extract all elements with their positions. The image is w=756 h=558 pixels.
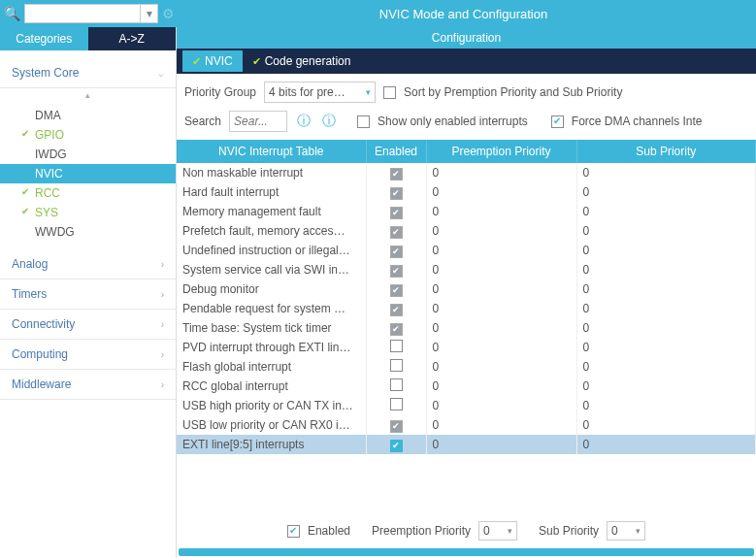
cell-name: Memory management fault <box>177 202 366 221</box>
enabled-label: Enabled <box>308 524 350 538</box>
sidebar-item[interactable]: NVIC <box>0 164 176 183</box>
checkbox-empty[interactable] <box>390 340 403 352</box>
sidebar-item[interactable]: RCC <box>0 183 176 203</box>
force-dma-checkbox[interactable] <box>551 115 564 128</box>
table-row[interactable]: System service call via SWI in… 0 0 <box>177 260 756 279</box>
cell-preemption: 0 <box>426 260 576 279</box>
cell-sub: 0 <box>576 338 756 357</box>
cell-enabled <box>366 338 426 357</box>
sort-checkbox[interactable] <box>383 86 396 99</box>
cell-preemption: 0 <box>426 202 576 221</box>
col-name[interactable]: NVIC Interrupt Table <box>177 140 366 163</box>
preemption-select[interactable]: 0 ▾ <box>478 521 517 541</box>
cell-preemption: 0 <box>426 415 576 435</box>
col-sub[interactable]: Sub Priority <box>576 140 756 163</box>
cell-sub: 0 <box>576 260 756 279</box>
table-row[interactable]: EXTI line[9:5] interrupts 0 0 <box>177 435 756 454</box>
sidebar-group[interactable]: System Core⌵ <box>0 58 176 88</box>
force-dma-label: Force DMA channels Inte <box>572 115 703 128</box>
cell-enabled <box>366 260 426 279</box>
cell-sub: 0 <box>576 241 756 260</box>
table-row[interactable]: Hard fault interrupt 0 0 <box>177 182 756 202</box>
cell-name: Non maskable interrupt <box>177 163 366 182</box>
checkbox-empty[interactable] <box>390 398 403 410</box>
cell-preemption: 0 <box>426 299 576 318</box>
table-row[interactable]: Prefetch fault, memory acces… 0 0 <box>177 221 756 241</box>
chevron-icon: › <box>161 349 164 360</box>
sidebar-item[interactable]: GPIO <box>0 125 176 145</box>
interrupt-table: NVIC Interrupt Table Enabled Preemption … <box>177 140 756 454</box>
sidebar-group[interactable]: Analog› <box>0 249 176 279</box>
sidebar-group[interactable]: Timers› <box>0 279 176 310</box>
table-row[interactable]: PVD interrupt through EXTI lin… 0 0 <box>177 338 756 357</box>
prev-icon[interactable]: ⓘ <box>295 113 312 130</box>
table-row[interactable]: RCC global interrupt 0 0 <box>177 377 756 396</box>
check-icon: ✔ <box>252 55 261 68</box>
inner-tab-codegen[interactable]: ✔ Code generation <box>243 50 361 72</box>
checkbox-locked-icon <box>390 187 403 200</box>
gear-icon[interactable]: ⚙ <box>162 6 175 21</box>
cell-enabled <box>366 435 426 454</box>
top-search-dropdown[interactable]: ▾ <box>141 4 158 23</box>
checkbox-locked-icon <box>390 284 403 297</box>
checkbox-empty[interactable] <box>390 359 403 372</box>
table-row[interactable]: Debug monitor 0 0 <box>177 279 756 299</box>
priority-group-select[interactable]: 4 bits for pre… ▾ <box>264 82 376 103</box>
cell-name: RCC global interrupt <box>177 377 366 396</box>
sidebar-group[interactable]: Computing› <box>0 340 176 370</box>
table-row[interactable]: USB high priority or CAN TX in… 0 0 <box>177 396 756 415</box>
cell-sub: 0 <box>576 299 756 318</box>
sidebar-item[interactable]: DMA <box>0 106 176 125</box>
tab-az[interactable]: A->Z <box>88 27 177 50</box>
chevron-icon: › <box>161 289 164 300</box>
cell-sub: 0 <box>576 435 756 454</box>
sort-label: Sort by Premption Priority and Sub Prior… <box>404 85 622 99</box>
collapse-icon[interactable]: ▴ <box>0 88 176 102</box>
tab-categories[interactable]: Categories <box>0 27 88 50</box>
sidebar-item[interactable]: IWDG <box>0 145 176 164</box>
sidebar-group[interactable]: Middleware› <box>0 370 176 400</box>
checkbox-checked[interactable] <box>390 440 403 452</box>
table-row[interactable]: Undefined instruction or illegal… 0 0 <box>177 241 756 260</box>
search-input[interactable] <box>229 111 287 132</box>
table-row[interactable]: Non maskable interrupt 0 0 <box>177 163 756 182</box>
checkbox-locked-icon <box>390 265 403 278</box>
table-row[interactable]: Memory management fault 0 0 <box>177 202 756 221</box>
horizontal-scrollbar[interactable] <box>179 548 754 556</box>
inner-tab-nvic[interactable]: ✔ NVIC <box>182 50 243 72</box>
table-row[interactable]: Flash global interrupt 0 0 <box>177 357 756 377</box>
sub-priority-select[interactable]: 0 ▾ <box>607 521 645 541</box>
enabled-checkbox[interactable] <box>287 525 300 538</box>
config-header: Configuration <box>177 27 756 49</box>
chevron-down-icon: ▾ <box>508 526 512 536</box>
cell-name: USB high priority or CAN TX in… <box>177 396 366 415</box>
sidebar-group[interactable]: Connectivity› <box>0 310 176 340</box>
chevron-down-icon: ▾ <box>636 526 641 536</box>
sidebar: Categories A->Z System Core⌵▴DMAGPIOIWDG… <box>0 27 177 558</box>
table-row[interactable]: USB low priority or CAN RX0 i… 0 0 <box>177 415 756 435</box>
cell-name: Flash global interrupt <box>177 357 366 377</box>
checkbox-locked-icon <box>390 207 403 219</box>
sidebar-item[interactable]: SYS <box>0 203 176 222</box>
cell-preemption: 0 <box>426 435 576 454</box>
cell-enabled <box>366 221 426 241</box>
cell-enabled <box>366 377 426 396</box>
next-icon[interactable]: ⓘ <box>320 113 338 130</box>
checkbox-empty[interactable] <box>390 378 403 391</box>
col-preemption[interactable]: Preemption Priority <box>426 140 576 163</box>
cell-name: EXTI line[9:5] interrupts <box>177 435 366 454</box>
cell-enabled <box>366 182 426 202</box>
show-only-checkbox[interactable] <box>357 115 370 128</box>
cell-sub: 0 <box>576 415 756 435</box>
table-row[interactable]: Time base: System tick timer 0 0 <box>177 318 756 338</box>
table-row[interactable]: Pendable request for system … 0 0 <box>177 299 756 318</box>
top-search-input[interactable] <box>24 4 141 23</box>
cell-name: Debug monitor <box>177 279 366 299</box>
sidebar-item[interactable]: WWDG <box>0 222 176 242</box>
top-bar: 🔍 ▾ ⚙ NVIC Mode and Configuration <box>0 0 756 27</box>
checkbox-locked-icon <box>390 323 403 336</box>
checkbox-locked-icon <box>390 226 403 239</box>
checkbox-locked-icon <box>390 246 403 258</box>
cell-sub: 0 <box>576 163 756 182</box>
col-enabled[interactable]: Enabled <box>366 140 426 163</box>
